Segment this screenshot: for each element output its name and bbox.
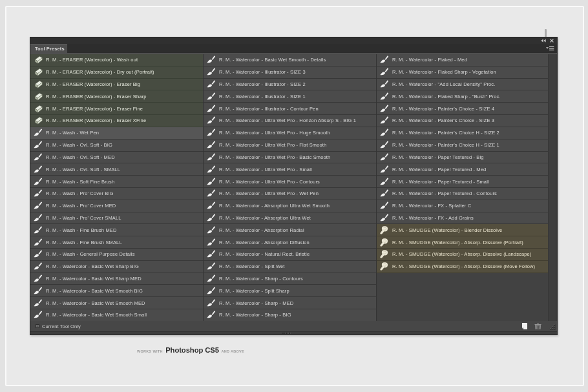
brush-tool-icon	[380, 153, 389, 161]
preset-row[interactable]: R. M. - Watercolor - Paper Textured - Bi…	[377, 152, 548, 164]
trash-icon[interactable]	[534, 324, 541, 329]
preset-row[interactable]: R. M. - Watercolor - "Add Local Density"…	[377, 79, 548, 91]
preset-row[interactable]: R. M. - Wash - Fine Brush MED	[30, 224, 203, 236]
brush-tool-icon	[207, 141, 216, 149]
new-preset-icon[interactable]	[521, 323, 527, 329]
preset-row[interactable]: R. M. - Watercolor - Flaked Sharp - Vege…	[377, 67, 548, 79]
preset-row[interactable]: R. M. - ERASER (Watercolor) - Eraser Fin…	[30, 103, 203, 115]
preset-row[interactable]: R. M. - Watercolor - FX - Splatter C	[377, 200, 548, 212]
preset-row[interactable]: R. M. - Wash - Ovl. Soft - BIG	[30, 139, 203, 152]
preset-row[interactable]: R. M. - Watercolor - Absorption Radial	[204, 224, 376, 236]
current-tool-only-checkbox[interactable]	[36, 324, 39, 328]
preset-row[interactable]: R. M. - Watercolor - Paper Textured - Me…	[377, 163, 548, 176]
brush-tool-icon	[34, 311, 43, 319]
preset-label: R. M. - Watercolor - Absorption Radial	[219, 227, 304, 233]
preset-row[interactable]: R. M. - Watercolor - Painter's Choice H …	[377, 127, 548, 139]
preset-row[interactable]: R. M. - Wash - Pro' Cover SMALL	[30, 212, 203, 225]
preset-row[interactable]: R. M. - Watercolor - Basic Wet Sharp BIG	[30, 261, 203, 273]
preset-row[interactable]: R. M. - Watercolor - Flaked - Med	[377, 54, 548, 67]
preset-label: R. M. - ERASER (Watercolor) - Eraser Fin…	[46, 106, 143, 112]
preset-row[interactable]: R. M. - Watercolor - Split Sharp	[204, 285, 376, 297]
brush-tool-icon	[207, 226, 216, 234]
preset-row[interactable]: R. M. - Watercolor - Sharp - MED	[204, 297, 376, 309]
preset-row[interactable]: R. M. - Watercolor - FX - Add Grains	[377, 212, 548, 225]
preset-row[interactable]: R. M. - Watercolor - Basic Wet Smooth ME…	[30, 297, 203, 309]
close-icon[interactable]	[550, 39, 554, 43]
preset-row[interactable]: R. M. - Wash - General Purpose Details	[30, 249, 203, 261]
preset-row[interactable]: R. M. - Watercolor - Painter's Choice - …	[377, 103, 548, 115]
preset-label: R. M. - Watercolor - Ultra Wet Pro - Hor…	[219, 118, 356, 123]
preset-label: R. M. - ERASER (Watercolor) - Dry out (P…	[46, 69, 154, 75]
preset-row[interactable]: R. M. - ERASER (Watercolor) - Eraser Sha…	[30, 90, 203, 103]
preset-row[interactable]: R. M. - Wash - Fine Brush SMALL	[30, 236, 203, 249]
preset-label: R. M. - ERASER (Watercolor) - Eraser Sha…	[46, 94, 147, 99]
preset-row[interactable]: R. M. - SMUDGE (Watercolor) - Absorp. Di…	[377, 249, 548, 261]
brush-tool-icon	[34, 299, 43, 307]
preset-row[interactable]: R. M. - Watercolor - Painter's Choice H …	[377, 139, 548, 152]
brush-tool-icon	[207, 56, 216, 64]
preset-row[interactable]: R. M. - Watercolor - Absorption Ultra We…	[204, 212, 376, 225]
drag-handle-icon[interactable]	[282, 333, 291, 335]
preset-row[interactable]: R. M. - Watercolor - Basic Wet Smooth Sm…	[30, 309, 203, 321]
preset-row[interactable]: R. M. - Watercolor - Sharp - Contours	[204, 273, 376, 285]
preset-label: R. M. - Watercolor - Basic Wet Smooth Sm…	[46, 312, 147, 318]
brush-tool-icon	[207, 178, 216, 186]
panel-menu-icon[interactable]	[546, 46, 554, 51]
preset-row[interactable]: R. M. - Watercolor - Ultra Wet Pro - Con…	[204, 176, 376, 188]
preset-row[interactable]: R. M. - Watercolor - Illustrator - SIZE …	[204, 79, 376, 91]
smudge-tool-icon	[380, 262, 389, 271]
preset-row[interactable]: R. M. - Watercolor - Ultra Wet Pro - Wet…	[204, 188, 376, 200]
brush-tool-icon	[34, 165, 43, 174]
preset-label: R. M. - Watercolor - Basic Wet Smooth BI…	[46, 288, 143, 294]
preset-row[interactable]: R. M. - SMUDGE (Watercolor) - Absorp. Di…	[377, 261, 548, 273]
preset-row[interactable]: R. M. - Wash - Ovl. Soft - MED	[30, 152, 203, 164]
preset-row[interactable]: R. M. - Watercolor - Illustrator - Conto…	[204, 103, 376, 115]
preset-row[interactable]: R. M. - Wash - Soft Fine Brush	[30, 176, 203, 188]
brush-tool-icon	[34, 274, 43, 283]
preset-row[interactable]: R. M. - Watercolor - Paper Textured - Sm…	[377, 176, 548, 188]
eraser-tool-icon	[34, 105, 43, 113]
preset-row[interactable]: R. M. - ERASER (Watercolor) - Dry out (P…	[30, 67, 203, 79]
preset-row[interactable]: R. M. - Wash - Pro' Cover BIG	[30, 188, 203, 200]
preset-row[interactable]: R. M. - SMUDGE (Watercolor) - Absorp. Di…	[377, 236, 548, 249]
preset-row[interactable]: R. M. - Watercolor - Illustrator - SIZE …	[204, 67, 376, 79]
eraser-tool-icon	[34, 92, 43, 101]
tab-tool-presets[interactable]: Tool Presets	[30, 44, 67, 53]
preset-row[interactable]: R. M. - ERASER (Watercolor) - Eraser Big	[30, 79, 203, 91]
preset-row[interactable]: R. M. - Watercolor - Ultra Wet Pro - Hor…	[204, 115, 376, 127]
preset-row[interactable]: R. M. - Watercolor - Basic Wet Sharp MED	[30, 273, 203, 285]
preset-row[interactable]: R. M. - Watercolor - Paper Textured - Co…	[377, 188, 548, 200]
preset-row[interactable]: R. M. - Wash - Ovl. Soft - SMALL	[30, 163, 203, 176]
preset-row[interactable]: R. M. - Watercolor - Absorption Ultra We…	[204, 200, 376, 212]
preset-row[interactable]: R. M. - Wash - Pro' Cover MED	[30, 200, 203, 212]
scrollbar-track[interactable]	[548, 54, 557, 321]
preset-label: R. M. - Watercolor - Flaked Sharp - "Bus…	[392, 94, 501, 99]
preset-row[interactable]: R. M. - Wash - Wet Pen	[30, 127, 203, 139]
preset-row[interactable]: R. M. - ERASER (Watercolor) - Wash out	[30, 54, 203, 67]
preset-row[interactable]: R. M. - Watercolor - Natural Rect. Brist…	[204, 249, 376, 261]
preset-row[interactable]: R. M. - Watercolor - Basic Wet Smooth BI…	[30, 285, 203, 297]
preset-label: R. M. - Watercolor - Flaked - Med	[392, 57, 467, 63]
preset-label: R. M. - Watercolor - Illustrator - Conto…	[219, 106, 319, 112]
collapse-to-icons-icon[interactable]	[541, 39, 546, 43]
preset-row[interactable]: R. M. - Watercolor - Basic Wet Smooth - …	[204, 54, 376, 67]
brush-tool-icon	[207, 299, 216, 307]
panel-titlebar	[30, 37, 557, 44]
preset-row[interactable]: R. M. - Watercolor - Ultra Wet Pro - Hug…	[204, 127, 376, 139]
preset-row[interactable]: R. M. - Watercolor - Ultra Wet Pro - Fla…	[204, 139, 376, 152]
preset-row[interactable]: R. M. - Watercolor - Flaked Sharp - "Bus…	[377, 90, 548, 103]
preset-label: R. M. - Wash - Wet Pen	[46, 130, 99, 136]
preset-row[interactable]: R. M. - Watercolor - Ultra Wet Pro - Bas…	[204, 152, 376, 164]
preset-row[interactable]: R. M. - Watercolor - Ultra Wet Pro - Sma…	[204, 163, 376, 176]
preset-row[interactable]: R. M. - Watercolor - Illustrator - SIZE …	[204, 90, 376, 103]
preset-row[interactable]: R. M. - Watercolor - Painter's Choice - …	[377, 115, 548, 127]
preset-row[interactable]: R. M. - Watercolor - Split Wet	[204, 261, 376, 273]
brush-tool-icon	[34, 226, 43, 234]
preset-row[interactable]: R. M. - ERASER (Watercolor) - Eraser XFi…	[30, 115, 203, 127]
preset-label: R. M. - Wash - Fine Brush SMALL	[46, 240, 122, 245]
preset-row[interactable]: R. M. - Watercolor - Absorption Diffusio…	[204, 236, 376, 249]
preset-row[interactable]: R. M. - Watercolor - Sharp - BIG	[204, 309, 376, 321]
preset-row[interactable]: R. M. - SMUDGE (Watercolor) - Blender Di…	[377, 224, 548, 236]
and-above-label: AND ABOVE	[221, 349, 244, 353]
resize-grip-icon[interactable]	[550, 324, 556, 330]
